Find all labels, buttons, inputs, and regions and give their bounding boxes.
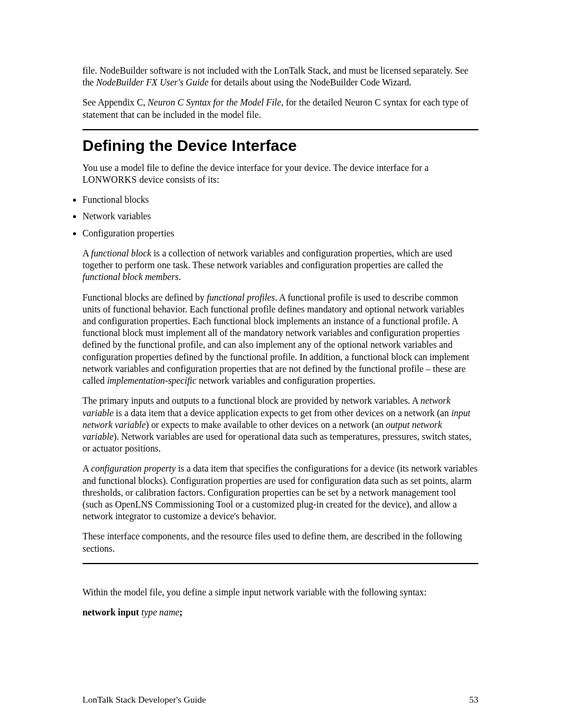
section-rule-bottom	[82, 563, 478, 564]
term: functional block members	[82, 272, 178, 282]
section-rule-top	[82, 129, 478, 130]
section-para-5: A configuration property is a data item …	[82, 463, 478, 522]
bullet-list: Functional blocks Network variables Conf…	[82, 194, 478, 239]
book-title: NodeBuilder FX User's Guide	[96, 77, 209, 87]
text: . A functional profile is used to descri…	[82, 292, 470, 386]
section-para-3: Functional blocks are defined by functio…	[82, 292, 478, 387]
syntax-line: network input type name;	[82, 607, 478, 618]
page-number: 53	[470, 694, 479, 706]
page-footer: LonTalk Stack Developer's Guide 53	[82, 694, 478, 706]
syntax-para-1: Within the model file, you define a simp…	[82, 587, 478, 598]
term: functional profiles	[207, 292, 275, 302]
keyword: network input	[82, 607, 141, 617]
text: Functional blocks are defined by	[82, 292, 207, 302]
list-item: Configuration properties	[82, 228, 478, 239]
term: configuration property	[91, 463, 176, 473]
text: W	[102, 174, 111, 185]
list-item: Network variables	[82, 210, 478, 222]
footer-title: LonTalk Stack Developer's Guide	[82, 694, 206, 706]
text: See Appendix C,	[82, 97, 148, 107]
appendix-title: Neuron C Syntax for the Model File	[148, 97, 282, 107]
list-item: Functional blocks	[82, 194, 478, 206]
section-para-6: These interface components, and the reso…	[82, 531, 478, 554]
term: functional block	[91, 248, 151, 258]
intro-para-1: file. NodeBuilder software is not includ…	[82, 65, 478, 88]
text: for details about using the NodeBuilder …	[209, 77, 411, 87]
small-caps: ON	[88, 174, 103, 185]
placeholder: type name	[141, 607, 179, 617]
page-body: file. NodeBuilder software is not includ…	[82, 65, 478, 627]
text: ) or expects to make available to other …	[146, 420, 386, 430]
small-caps: ORKS	[111, 174, 137, 185]
spacer	[82, 572, 478, 587]
text: ). Network variables are used for operat…	[82, 431, 471, 453]
text: network variables and configuration prop…	[196, 375, 375, 386]
text: is a data item that a device application…	[114, 408, 451, 418]
text: A	[82, 248, 91, 258]
text: .	[178, 272, 181, 282]
section-para-2: A functional block is a collection of ne…	[82, 248, 478, 284]
section-para-4: The primary inputs and outputs to a func…	[82, 395, 478, 454]
text: The primary inputs and outputs to a func…	[82, 396, 421, 406]
text: device consists of its:	[137, 174, 220, 185]
keyword: ;	[180, 607, 183, 617]
intro-para-2: See Appendix C, Neuron C Syntax for the …	[82, 97, 478, 120]
term: implementation-specific	[107, 375, 197, 386]
section-heading: Defining the Device Interface	[82, 133, 478, 156]
text: A	[82, 463, 91, 473]
section-para-1: You use a model file to define the devic…	[82, 162, 478, 186]
